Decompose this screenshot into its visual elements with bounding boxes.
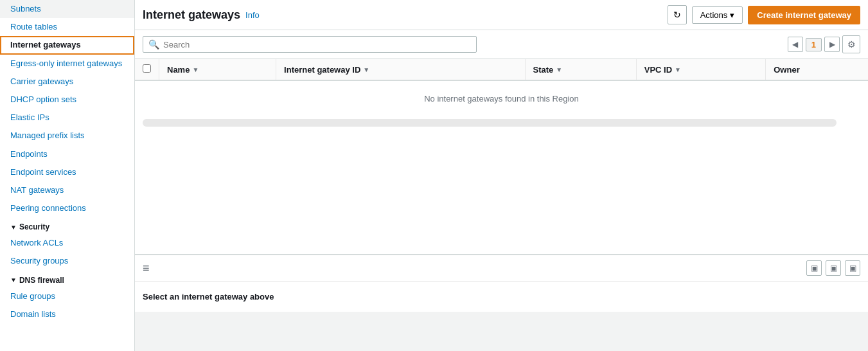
page-title: Internet gateways [143,8,240,22]
sidebar-item-endpoints[interactable]: Endpoints [0,145,134,163]
sidebar-item-domain-lists[interactable]: Domain lists [0,305,134,323]
security-section-header[interactable]: ▼ Security [0,217,134,234]
internet-gateways-table: Name ▼ Internet gateway ID ▼ State [135,59,868,129]
panel-view-left-button[interactable]: ▣ [806,260,822,276]
security-chevron-icon: ▼ [10,224,17,231]
security-section-label: Security [19,222,49,231]
col-header-owner: Owner [766,59,868,80]
col-vpc-id-sort-icon: ▼ [675,66,681,73]
detail-empty-area [135,312,868,351]
main-content: Internet gateways Info ↻ Actions ▾ Creat… [135,0,868,351]
create-internet-gateway-button[interactable]: Create internet gateway [748,6,860,24]
search-icon: 🔍 [148,39,159,50]
pagination-current: 1 [806,38,822,51]
col-name-sort-icon: ▼ [192,66,199,73]
actions-button[interactable]: Actions ▾ [692,6,743,24]
table-header-row: Name ▼ Internet gateway ID ▼ State [135,59,868,80]
actions-label: Actions [700,10,728,20]
col-owner-label: Owner [774,65,799,75]
sidebar-item-subnets[interactable]: Subnets [0,0,134,18]
dns-firewall-chevron-icon: ▼ [10,276,17,284]
sidebar-item-nat-gateways[interactable]: NAT gateways [0,181,134,199]
col-header-name[interactable]: Name ▼ [159,59,276,80]
col-vpc-id-label: VPC ID [644,65,672,75]
checkbox-header[interactable] [135,59,159,80]
topbar-actions: ↻ Actions ▾ Create internet gateway [668,5,860,24]
col-state-sort-icon: ▼ [556,66,562,73]
table-container: Name ▼ Internet gateway ID ▼ State [135,59,868,255]
sidebar-item-internet-gateways[interactable]: Internet gateways [0,36,134,54]
col-gateway-id-label: Internet gateway ID [284,65,360,75]
search-input[interactable] [163,40,471,50]
search-box[interactable]: 🔍 [143,36,477,53]
sidebar-item-elastic-ips[interactable]: Elastic IPs [0,109,134,127]
pagination-next-button[interactable]: ▶ [824,37,840,52]
sidebar-item-peering-connections[interactable]: Peering connections [0,199,134,217]
panel-view-right-button[interactable]: ▣ [845,260,860,276]
pagination-area: ◀ 1 ▶ ⚙ [788,35,860,53]
sidebar-item-egress-only[interactable]: Egress-only internet gateways [0,55,134,73]
sidebar-item-network-acls[interactable]: Network ACLs [0,234,134,252]
pagination-prev-button[interactable]: ◀ [788,37,803,52]
topbar: Internet gateways Info ↻ Actions ▾ Creat… [135,0,868,30]
detail-panel-header: ≡ ▣ ▣ ▣ [135,255,868,282]
sidebar-item-rule-groups[interactable]: Rule groups [0,287,134,305]
panel-view-mid-button[interactable]: ▣ [826,260,841,276]
col-header-internet-gateway-id[interactable]: Internet gateway ID ▼ [276,59,525,80]
col-header-vpc-id[interactable]: VPC ID ▼ [636,59,766,80]
sidebar-item-carrier-gateways[interactable]: Carrier gateways [0,73,134,91]
sidebar-item-managed-prefix-lists[interactable]: Managed prefix lists [0,127,134,145]
search-row: 🔍 ◀ 1 ▶ ⚙ [135,30,868,59]
detail-select-message: Select an internet gateway above [135,282,868,312]
detail-panel: ≡ ▣ ▣ ▣ Select an internet gateway above [135,255,868,351]
col-name-label: Name [167,65,190,75]
sidebar-item-dhcp-option-sets[interactable]: DHCP option sets [0,91,134,109]
empty-message-row: No internet gateways found in this Regio… [135,80,868,116]
sidebar-item-security-groups[interactable]: Security groups [0,252,134,270]
sidebar-item-endpoint-services[interactable]: Endpoint services [0,163,134,181]
sidebar: Subnets Route tables Internet gateways E… [0,0,135,351]
actions-chevron-icon: ▾ [730,10,734,20]
panel-view-icons: ▣ ▣ ▣ [806,260,860,276]
dns-firewall-section-label: DNS firewall [19,276,64,285]
drag-handle-icon[interactable]: ≡ [143,262,150,275]
col-gateway-id-sort-icon: ▼ [363,66,369,73]
dns-firewall-section-header[interactable]: ▼ DNS firewall [0,271,134,287]
select-all-checkbox[interactable] [143,64,151,73]
horizontal-scroll-row [135,116,868,129]
horizontal-scrollbar[interactable] [143,119,837,127]
sidebar-item-route-tables[interactable]: Route tables [0,18,134,36]
col-state-label: State [533,65,554,75]
info-link[interactable]: Info [245,10,260,20]
empty-message: No internet gateways found in this Regio… [424,94,579,104]
refresh-button[interactable]: ↻ [668,5,687,24]
table-settings-button[interactable]: ⚙ [842,35,860,53]
col-header-state[interactable]: State ▼ [525,59,636,80]
